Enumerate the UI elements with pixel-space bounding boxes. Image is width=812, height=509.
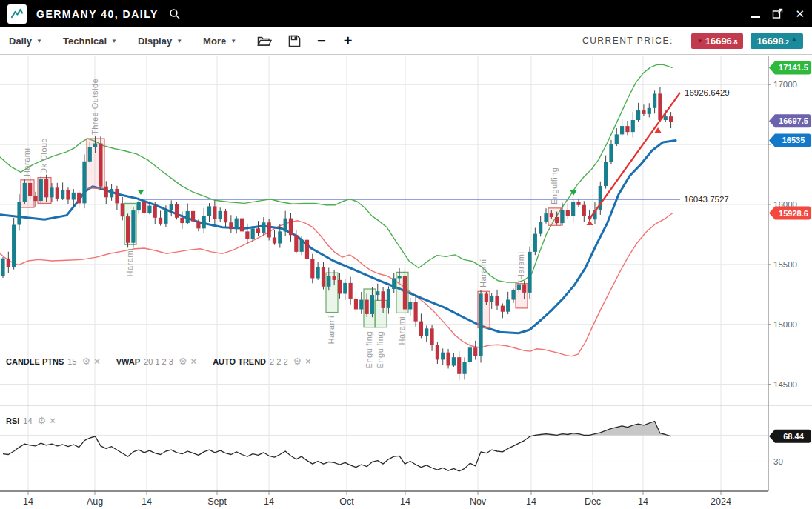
svg-text:17141.5: 17141.5 [779,63,808,72]
technical-menu[interactable]: Technical ▼ [63,36,117,47]
app-logo-icon [7,4,27,24]
auto-trend-label: 16926.6429 [685,88,730,97]
x-axis-label: Aug [87,496,103,507]
chevron-down-icon: ▼ [36,38,42,44]
pattern-annotation: Harami [479,259,487,287]
y-axis-label: 15000 [773,320,797,329]
y-axis-label: 14500 [773,380,797,389]
close-icon[interactable]: × [191,356,197,366]
pattern-annotation: Harami [125,248,134,276]
ask-price-badge: 16698.2 ▲ [751,33,803,49]
instrument-title: GERMANY 40, DAILY [36,8,159,20]
close-icon[interactable]: × [94,356,100,366]
title-bar: GERMANY 40, DAILY ✕ [0,0,812,27]
main-indicator-legend: CANDLE PTNS 15 ⚙ × VWAP 20 1 2 3 ⚙ × AUT… [6,356,327,366]
svg-text:16697.5: 16697.5 [779,116,808,125]
pattern-annotation: Engulfing [376,331,385,368]
indicator-rsi: RSI 14 ⚙ × [6,416,56,425]
chevron-down-icon: ▼ [176,38,182,44]
zoom-out-button[interactable]: − [317,33,326,48]
chart-canvas[interactable]: 16043.752716926.6429HaramiDk CloudThree … [0,0,812,509]
zoom-in-button[interactable]: + [344,33,353,48]
x-axis-label: Dec [585,496,601,507]
rsi-indicator-legend: RSI 14 ⚙ × [6,416,72,425]
rsi-pane [3,422,671,472]
x-axis-label: 2024 [710,496,731,507]
x-axis-label: Oct [339,496,354,507]
search-icon[interactable] [169,8,181,20]
support-line-label: 16043.7527 [684,195,729,204]
pattern-annotation: Harami [516,252,525,280]
arrow-down-icon: ▼ [697,38,703,44]
pattern-annotation: Engulfing [550,167,559,204]
more-menu[interactable]: More ▼ [203,36,236,47]
close-icon[interactable]: × [50,416,56,425]
gear-icon[interactable]: ⚙ [38,416,47,425]
x-axis-label: 14 [400,496,410,507]
close-icon[interactable]: × [305,356,311,366]
save-icon[interactable] [288,35,301,47]
x-axis-label: 14 [526,496,536,507]
close-button[interactable]: ✕ [795,8,805,19]
bid-price-badge: ▼ 16696.8 [691,33,744,49]
indicator-candle-patterns: CANDLE PTNS 15 ⚙ × [6,356,100,366]
pattern-box-bearish [21,180,34,207]
gear-icon[interactable]: ⚙ [81,356,90,366]
gear-icon[interactable]: ⚙ [179,356,187,366]
svg-text:15928.6: 15928.6 [779,209,808,218]
y-axis-label: 17000 [773,80,797,89]
indicator-lines [0,64,680,356]
timeframe-menu[interactable]: Daily ▼ [9,36,42,47]
arrow-up-icon: ▲ [791,36,797,42]
indicator-auto-trend: AUTO TREND 2 2 2 ⚙ × [213,356,311,366]
signal-triangle-up [587,220,593,225]
x-axis-label: 14 [264,496,274,507]
display-menu[interactable]: Display ▼ [138,36,182,47]
current-price-label: CURRENT PRICE: [582,36,673,46]
trading-app-window: { "window": { "title": "GERMANY 40, DAIL… [0,0,812,509]
candles [1,87,673,380]
minimize-button[interactable] [751,10,760,18]
indicator-vwap: VWAP 20 1 2 3 ⚙ × [116,356,196,366]
chevron-down-icon: ▼ [230,38,236,44]
pattern-annotation: Engulfing [365,331,373,368]
x-axis-label: 14 [23,496,33,507]
svg-text:16535: 16535 [782,136,805,144]
signal-triangle-down [138,190,144,195]
x-axis-label: 14 [638,496,648,507]
x-axis-label: Sept [207,496,227,507]
pattern-annotation: Harami [327,316,336,344]
chevron-down-icon: ▼ [111,38,117,44]
y-axis-label: 15500 [773,260,797,269]
svg-text:68.44: 68.44 [783,432,804,441]
pattern-annotation: Dk Cloud [39,138,48,174]
pattern-annotation: Harami [397,316,406,345]
rsi-line [3,422,671,472]
x-axis-label: 14 [142,496,152,507]
pattern-annotation: Three Outside [90,79,99,135]
rsi-axis-label: 30 [773,457,783,466]
open-folder-icon[interactable] [257,35,272,47]
pattern-annotation: Harami [22,148,31,176]
x-axis-label: Nov [470,496,487,507]
chart-toolbar: Daily ▼ Technical ▼ Display ▼ More ▼ − +… [0,27,812,55]
popout-button[interactable] [772,8,783,19]
gear-icon[interactable]: ⚙ [293,356,302,366]
